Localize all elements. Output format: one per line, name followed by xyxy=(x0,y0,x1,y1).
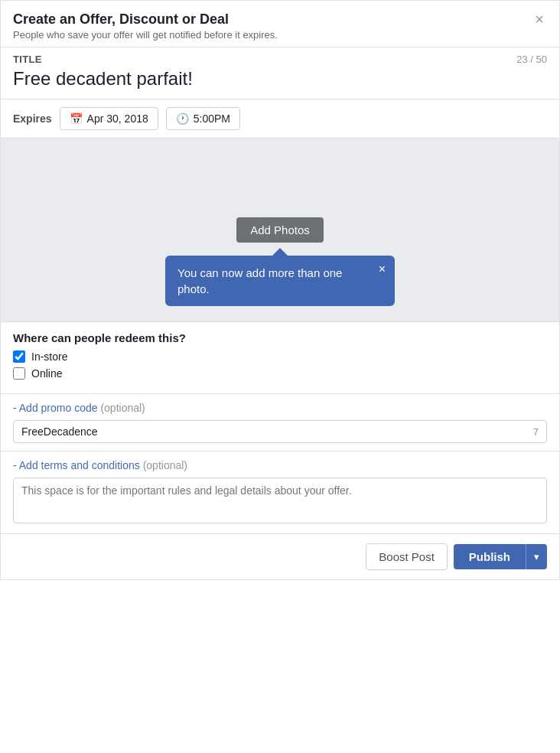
photo-upload-area: Add Photos You can now add more than one… xyxy=(1,139,559,322)
date-value: Apr 30, 2018 xyxy=(87,112,148,125)
instore-checkbox[interactable] xyxy=(13,350,25,363)
instore-label: In-store xyxy=(31,350,67,363)
close-button[interactable]: × xyxy=(532,11,547,27)
promo-char-count: 7 xyxy=(533,426,539,438)
title-input[interactable] xyxy=(13,65,547,94)
boost-post-button[interactable]: Boost Post xyxy=(366,543,448,570)
title-label: Title xyxy=(13,54,42,65)
add-photos-button[interactable]: Add Photos xyxy=(236,217,324,243)
clock-icon: 🕐 xyxy=(176,112,189,125)
expires-section: Expires 📅 Apr 30, 2018 🕐 5:00PM xyxy=(1,99,559,139)
date-picker-button[interactable]: 📅 Apr 30, 2018 xyxy=(60,107,158,130)
publish-button[interactable]: Publish xyxy=(454,544,526,569)
tooltip-close-button[interactable]: × xyxy=(379,263,386,275)
online-checkbox[interactable] xyxy=(13,367,25,380)
redeem-title: Where can people redeem this? xyxy=(13,331,547,344)
tooltip-arrow xyxy=(272,248,288,256)
redeem-section: Where can people redeem this? In-store O… xyxy=(1,322,559,394)
instore-checkbox-row: In-store xyxy=(13,350,547,363)
online-checkbox-row: Online xyxy=(13,367,547,380)
dialog-title: Create an Offer, Discount or Deal xyxy=(13,11,278,28)
online-label: Online xyxy=(31,367,62,380)
promo-section: - Add promo code (optional) 7 xyxy=(1,394,559,451)
expires-label: Expires xyxy=(13,112,52,125)
dialog-header: Create an Offer, Discount or Deal People… xyxy=(1,1,559,47)
promo-input-row: 7 xyxy=(13,420,547,443)
char-count: 23 / 50 xyxy=(516,54,547,65)
add-terms-link[interactable]: - Add terms and conditions xyxy=(13,459,140,471)
create-offer-dialog: Create an Offer, Discount or Deal People… xyxy=(0,0,560,580)
add-promo-link[interactable]: - Add promo code xyxy=(13,402,98,414)
tooltip: You can now add more than one photo. × xyxy=(165,256,395,306)
dialog-subtitle: People who save your offer will get noti… xyxy=(13,29,278,41)
tooltip-text: You can now add more than one photo. xyxy=(177,266,342,295)
publish-dropdown-button[interactable]: ▾ xyxy=(526,544,547,569)
terms-optional-label: (optional) xyxy=(143,459,187,471)
calendar-icon: 📅 xyxy=(70,112,83,125)
promo-optional-label: (optional) xyxy=(100,402,145,414)
terms-section: - Add terms and conditions (optional) xyxy=(1,451,559,534)
title-section: Title 23 / 50 xyxy=(1,47,559,99)
terms-textarea[interactable] xyxy=(13,478,547,523)
time-picker-button[interactable]: 🕐 5:00PM xyxy=(166,107,240,130)
publish-group: Publish ▾ xyxy=(454,544,547,569)
time-value: 5:00PM xyxy=(194,112,230,125)
footer: Boost Post Publish ▾ xyxy=(1,534,559,579)
promo-input[interactable] xyxy=(21,425,533,438)
